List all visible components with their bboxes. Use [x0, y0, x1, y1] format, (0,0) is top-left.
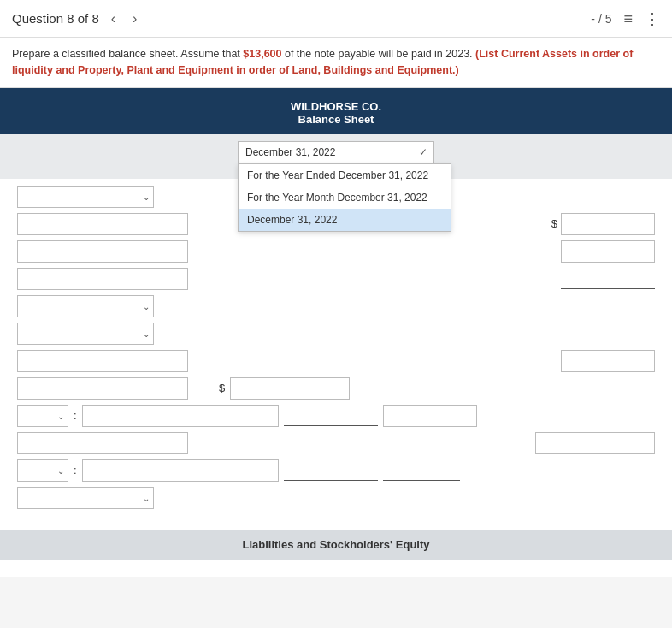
row9-select-wrapper: ⌄ [17, 405, 68, 427]
form-row-12: ⌄ [17, 487, 655, 509]
form-row-8: $ [17, 377, 655, 400]
header-left: Question 8 of 8 ‹ › [12, 9, 142, 28]
form-row-5: ⌄ [17, 295, 655, 317]
row9-select[interactable] [17, 405, 68, 427]
row2-input-right[interactable] [561, 213, 655, 235]
row8-input-middle[interactable] [230, 377, 350, 400]
page-info: - / 5 [591, 12, 611, 26]
row9-input-long[interactable] [82, 405, 279, 427]
form-row-7 [17, 350, 655, 372]
form-row-4 [17, 268, 655, 290]
row11-input-long[interactable] [82, 459, 279, 482]
form-row-9: ⌄ : [17, 405, 655, 427]
dollar-sign-2: $ [219, 382, 225, 394]
row3-right-group [561, 240, 655, 263]
dropdown-row: For the Year Ended December 31, 2022 For… [0, 134, 672, 170]
dropdown-option-2[interactable]: For the Year Month December 31, 2022 [239, 187, 451, 209]
row6-select-wrapper: ⌄ [17, 323, 154, 345]
row4-right-group [561, 269, 655, 289]
dollar-sign-1: $ [551, 217, 557, 230]
liabilities-footer-text: Liabilities and Stockholders' Equity [242, 538, 429, 551]
form-row-6: ⌄ [17, 323, 655, 345]
row10-input-middle[interactable] [535, 432, 655, 454]
instruction-text: Prepare a classified balance sheet. Assu… [0, 38, 672, 88]
row11-input-right[interactable] [383, 460, 460, 481]
row2-input-left[interactable] [17, 213, 188, 235]
row5-select[interactable] [17, 295, 154, 317]
bs-header: WILDHORSE CO. Balance Sheet [0, 88, 672, 134]
row11-input-underlined[interactable] [284, 460, 378, 481]
row6-select[interactable] [17, 323, 154, 345]
form-row-11: ⌄ : [17, 459, 655, 482]
row12-select-wrapper: ⌄ [17, 487, 154, 509]
main-content: WILDHORSE CO. Balance Sheet For the Year… [0, 88, 672, 577]
form-row-10 [17, 432, 655, 454]
next-button[interactable]: › [127, 9, 142, 28]
dropdown-open-list: For the Year Ended December 31, 2022 For… [238, 163, 451, 232]
row8-input-left[interactable] [17, 377, 188, 400]
date-dropdown[interactable]: For the Year Ended December 31, 2022 For… [238, 141, 434, 163]
instruction-normal1: Prepare a classified balance sheet. Assu… [12, 48, 243, 60]
row12-select[interactable] [17, 487, 154, 509]
row7-input-left[interactable] [17, 350, 188, 372]
row7-right-group [561, 350, 655, 372]
row2-right-group: $ [551, 213, 655, 235]
row11-select[interactable] [17, 459, 68, 482]
company-name: WILDHORSE CO. [9, 100, 663, 113]
prev-button[interactable]: ‹ [106, 9, 121, 28]
row9-input-right[interactable] [383, 405, 477, 427]
question-title: Question 8 of 8 [12, 11, 99, 26]
dropdown-option-3[interactable]: December 31, 2022 [239, 209, 451, 231]
row1-select-wrapper: ⌄ [17, 186, 154, 208]
row11-select-wrapper: ⌄ [17, 459, 68, 482]
row3-input-left[interactable] [17, 240, 188, 263]
row4-input-left[interactable] [17, 268, 188, 290]
row5-select-wrapper: ⌄ [17, 295, 154, 317]
date-dropdown-container: For the Year Ended December 31, 2022 For… [238, 141, 434, 163]
instruction-normal2: of the note payable will be paid in 2023… [281, 48, 475, 60]
more-icon-button[interactable]: ⋮ [645, 11, 660, 27]
list-icon-button[interactable]: ≡ [623, 11, 633, 27]
header-right: - / 5 ≡ ⋮ [591, 11, 660, 27]
instruction-highlight1: $13,600 [243, 48, 281, 60]
row4-input-right[interactable] [561, 269, 655, 289]
form-row-3 [17, 240, 655, 263]
row11-colon: : [74, 464, 77, 477]
sheet-title: Balance Sheet [9, 113, 663, 126]
liabilities-footer: Liabilities and Stockholders' Equity [0, 530, 672, 560]
dropdown-option-1[interactable]: For the Year Ended December 31, 2022 [239, 164, 451, 187]
row9-colon: : [74, 409, 77, 422]
page-header: Question 8 of 8 ‹ › - / 5 ≡ ⋮ [0, 0, 672, 38]
row10-input-left[interactable] [17, 432, 188, 454]
row9-input-underlined[interactable] [284, 406, 378, 426]
row3-input-right[interactable] [561, 240, 655, 263]
row1-select[interactable] [17, 186, 154, 208]
row7-input-right[interactable] [561, 350, 655, 372]
